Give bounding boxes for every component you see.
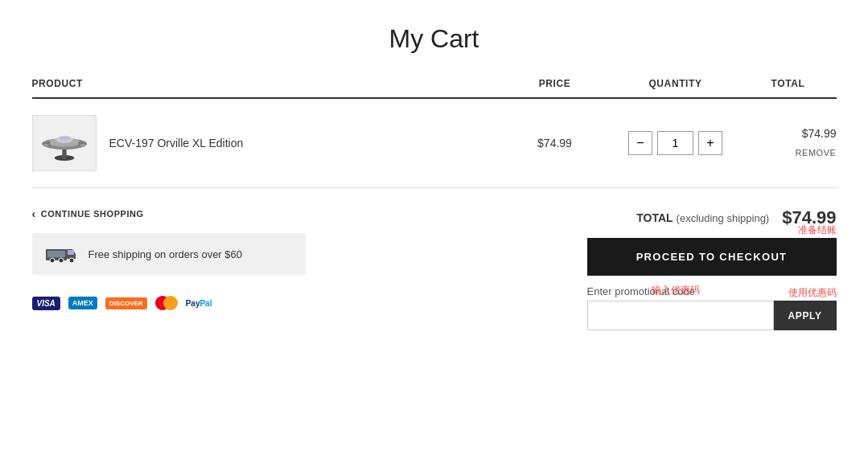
checkout-button-wrapper: 准备结账 PROCEED TO CHECKOUT <box>587 238 837 276</box>
cart-table-header: PRODUCT PRICE QUANTITY TOTAL <box>32 70 837 99</box>
quantity-decrease-button[interactable]: − <box>628 131 652 155</box>
header-price: PRICE <box>499 78 611 89</box>
proceed-to-checkout-button[interactable]: PROCEED TO CHECKOUT <box>587 238 837 276</box>
free-shipping-text: Free shipping on orders over $60 <box>88 248 243 260</box>
apply-cn-label: 使用优惠码 <box>788 286 837 300</box>
page-title: My Cart <box>32 0 837 70</box>
cart-actions: ‹ CONTINUE SHOPPING Free shipping on ord… <box>32 188 837 330</box>
svg-point-14 <box>69 258 74 263</box>
svg-rect-15 <box>68 250 74 255</box>
svg-point-8 <box>43 143 48 146</box>
excluding-shipping-label: (excluding shipping) <box>677 212 770 224</box>
promo-code-input[interactable] <box>587 301 774 330</box>
total-label: TOTAL <box>636 211 673 224</box>
quantity-increase-button[interactable]: + <box>698 131 722 155</box>
paypal-icon: PayPal <box>186 299 212 308</box>
promo-input-row: 使用优惠码 APPLY <box>587 301 837 330</box>
header-total: TOTAL <box>740 78 837 89</box>
header-quantity: QUANTITY <box>611 78 740 89</box>
promo-section: 输入优惠码 Enter promotional code 使用优惠码 APPLY <box>587 285 837 330</box>
discover-icon: DISCOVER <box>105 297 147 309</box>
item-price: $74.99 <box>499 137 611 149</box>
promo-cn-label: 输入优惠码 <box>652 284 700 297</box>
table-row: ECV-197 Orville XL Edition $74.99 − + $7… <box>32 99 837 188</box>
svg-point-5 <box>59 136 70 140</box>
checkout-cn-label: 准备结账 <box>798 223 837 237</box>
quantity-input[interactable] <box>657 131 693 155</box>
quantity-cell: − + <box>611 131 740 155</box>
svg-point-13 <box>59 258 64 263</box>
continue-shopping-label: CONTINUE SHOPPING <box>41 209 144 219</box>
visa-icon: VISA <box>32 297 60 310</box>
svg-rect-1 <box>62 149 66 158</box>
apply-promo-button[interactable]: APPLY <box>774 301 837 330</box>
amex-icon: AMEX <box>68 297 97 309</box>
free-shipping-banner: Free shipping on orders over $60 <box>32 233 306 275</box>
right-actions: TOTAL (excluding shipping) $74.99 准备结账 P… <box>442 207 837 330</box>
product-name: ECV-197 Orville XL Edition <box>109 137 244 149</box>
back-arrow-icon: ‹ <box>32 207 36 220</box>
left-actions: ‹ CONTINUE SHOPPING Free shipping on ord… <box>32 207 426 330</box>
svg-rect-16 <box>47 251 65 257</box>
product-image <box>32 115 97 171</box>
mastercard-icon <box>155 296 178 310</box>
svg-point-12 <box>50 258 55 263</box>
remove-item-button[interactable]: REMOVE <box>796 148 837 158</box>
header-product: PRODUCT <box>32 78 499 89</box>
payment-icons: VISA AMEX DISCOVER PayPal <box>32 296 426 310</box>
svg-point-9 <box>80 143 85 146</box>
item-total-price: $74.99 <box>740 127 837 140</box>
continue-shopping-link[interactable]: ‹ CONTINUE SHOPPING <box>32 207 426 220</box>
product-cell: ECV-197 Orville XL Edition <box>32 115 499 171</box>
item-total-cell: $74.99 REMOVE <box>740 127 837 159</box>
